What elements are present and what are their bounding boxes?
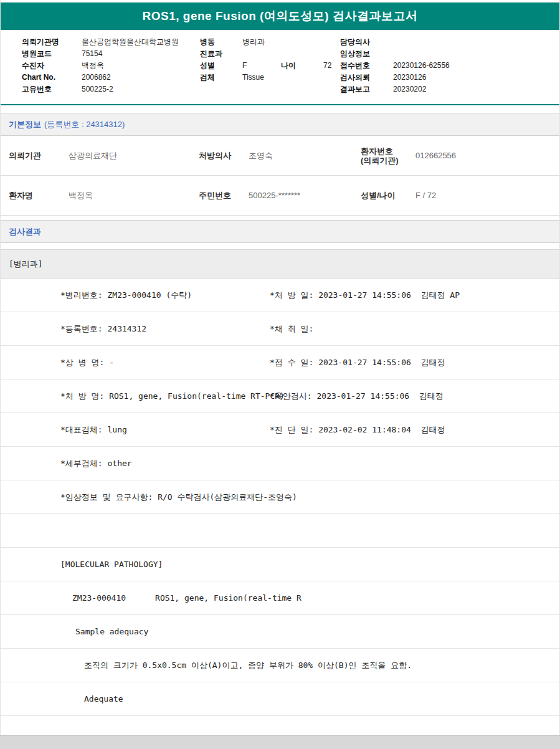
- detail-left: *임상정보 및 요구사항: R/O 수탁검사(삼광의료재단-조영숙): [60, 492, 270, 503]
- field-value: 병리과: [242, 36, 265, 48]
- cell-value: 500225-*******: [249, 191, 300, 200]
- field-value: F: [242, 60, 281, 72]
- field-label: 의뢰기관명: [22, 36, 82, 48]
- order-info-panel: 의뢰기관명 울산공업학원울산대학교병원 병원코드 75154 수진자 백정옥 C…: [1, 30, 559, 105]
- detail-right: *육안검사: 2023-01-27 14:55:06 김태정: [270, 391, 559, 402]
- field-row: 검사의뢰 20230126: [340, 72, 559, 83]
- order-info-col-visit: 병동 병리과 진료과 성별 F 나이 72 검체 Tissue: [200, 36, 340, 95]
- cell-label: 주민번호: [199, 191, 249, 200]
- field-label: 성별: [200, 60, 242, 72]
- field-row: 수진자 백정옥: [22, 60, 200, 72]
- section-test-results: 검사결과: [1, 220, 559, 243]
- pathology-detail-row: *상 병 명: - *접 수 일: 2023-01-27 14:55:06 김태…: [1, 346, 559, 379]
- pathology-detail-row: *처 방 명: ROS1, gene, Fusion(real-time RT-…: [1, 379, 559, 413]
- field-label: 고유번호: [22, 83, 82, 95]
- table-row: 환자명 백정옥 주민번호 500225-******* 성별/나이 F / 72: [1, 176, 559, 216]
- field-label: 임상정보: [340, 48, 393, 60]
- detail-right: *처 방 일: 2023-01-27 14:55:06 김태정 AP: [270, 290, 559, 301]
- field-row: 담당의사: [340, 36, 559, 48]
- field-label: 진료과: [200, 48, 242, 60]
- adequacy-result-row: Adequate: [1, 682, 559, 716]
- cell-label: 의뢰기관: [9, 151, 69, 160]
- bottom-bar: [0, 735, 560, 749]
- field-value: 20230126-62556: [393, 60, 450, 72]
- sample-adequacy-row: Sample adequacy: [1, 615, 559, 649]
- field-label: 나이: [281, 60, 323, 72]
- field-row: 성별 F 나이 72: [200, 60, 340, 72]
- field-label: 검사의뢰: [340, 72, 393, 83]
- molecular-heading-row: [MOLECULAR PATHOLOGY]: [1, 548, 559, 581]
- field-value: Tissue: [242, 72, 264, 83]
- field-value: 울산공업학원울산대학교병원: [82, 36, 179, 48]
- detail-left: *등록번호: 24314312: [60, 323, 270, 335]
- field-row: 병원코드 75154: [22, 48, 200, 60]
- field-label: Chart No.: [22, 72, 82, 83]
- empty-row: [1, 514, 559, 548]
- table-cell: 주민번호 500225-*******: [199, 191, 361, 200]
- detail-right: *접 수 일: 2023-01-27 14:55:06 김태정: [270, 357, 559, 368]
- field-value: 72: [323, 60, 331, 72]
- field-value: 20230202: [393, 83, 426, 95]
- detail-left: *상 병 명: -: [60, 357, 270, 368]
- detail-left: *처 방 명: ROS1, gene, Fusion(real-time RT-…: [60, 391, 270, 402]
- table-row: 의뢰기관 삼광의료재단 처방의사 조영숙 환자번호 (의뢰기관) 0126625…: [1, 136, 559, 176]
- field-value: 2006862: [82, 72, 111, 83]
- empty-row: [1, 716, 559, 731]
- field-value: 75154: [82, 48, 102, 60]
- cell-value: 012662556: [415, 151, 456, 160]
- field-row: 접수번호 20230126-62556: [340, 60, 559, 72]
- department-label: [병리과]: [9, 259, 43, 270]
- field-row: 검체 Tissue: [200, 72, 340, 83]
- field-value: 20230126: [393, 72, 426, 83]
- department-row: [병리과]: [1, 249, 559, 279]
- cell-value: 조영숙: [249, 150, 273, 161]
- field-row: Chart No. 2006862: [22, 72, 200, 83]
- field-label: 접수번호: [340, 60, 393, 72]
- table-cell: 성별/나이 F / 72: [361, 191, 559, 200]
- order-info-col-institution: 의뢰기관명 울산공업학원울산대학교병원 병원코드 75154 수진자 백정옥 C…: [1, 36, 200, 95]
- field-row: 고유번호 500225-2: [22, 83, 200, 95]
- basic-info-table: 의뢰기관 삼광의료재단 처방의사 조영숙 환자번호 (의뢰기관) 0126625…: [1, 136, 559, 216]
- section-basic-info: 기본정보 (등록번호 : 24314312): [1, 113, 559, 136]
- molecular-order-line: ZM23-000410 ROS1, gene, Fusion(real-time…: [72, 593, 301, 603]
- report-title-bar: ROS1, gene Fusion (여의도성모) 검사결과보고서: [1, 2, 559, 30]
- cell-label: 환자명: [9, 191, 69, 200]
- pathology-detail-row: *세부검체: other: [1, 447, 559, 480]
- detail-right: *진 단 일: 2023-02-02 11:48:04 김태정: [270, 424, 559, 436]
- field-label: 병동: [200, 36, 242, 48]
- adequacy-criteria-text: 조직의 크기가 0.5x0.5cm 이상(A)이고, 종양 부위가 80% 이상…: [84, 660, 412, 671]
- adequacy-criteria-row: 조직의 크기가 0.5x0.5cm 이상(A)이고, 종양 부위가 80% 이상…: [1, 649, 559, 682]
- field-row: 병동 병리과: [200, 36, 340, 48]
- section-subtitle: (등록번호 : 24314312): [44, 119, 125, 130]
- pathology-detail-row: *병리번호: ZM23-000410 (수탁) *처 방 일: 2023-01-…: [1, 279, 559, 312]
- cell-value: 삼광의료재단: [69, 150, 117, 161]
- report-title: ROS1, gene Fusion (여의도성모) 검사결과보고서: [143, 8, 418, 24]
- table-cell: 의뢰기관 삼광의료재단: [1, 150, 199, 161]
- detail-left: *세부검체: other: [60, 458, 270, 469]
- table-cell: 환자명 백정옥: [1, 190, 199, 201]
- molecular-heading: [MOLECULAR PATHOLOGY]: [60, 560, 163, 569]
- cell-label: 성별/나이: [361, 191, 415, 200]
- table-cell: 처방의사 조영숙: [199, 150, 361, 161]
- order-info-col-reception: 담당의사 임상정보 접수번호 20230126-62556 검사의뢰 20230…: [340, 36, 559, 95]
- report-page: ROS1, gene Fusion (여의도성모) 검사결과보고서 의뢰기관명 …: [0, 0, 560, 749]
- cell-label: 환자번호 (의뢰기관): [361, 146, 415, 165]
- pathology-detail-row: *대표검체: lung *진 단 일: 2023-02-02 11:48:04 …: [1, 413, 559, 447]
- table-cell: 환자번호 (의뢰기관) 012662556: [361, 146, 559, 165]
- field-label: 검체: [200, 72, 242, 83]
- pathology-detail-row: *등록번호: 24314312 *채 취 일:: [1, 312, 559, 346]
- molecular-order-row: ZM23-000410 ROS1, gene, Fusion(real-time…: [1, 581, 559, 615]
- field-row: 진료과: [200, 48, 340, 60]
- field-row: 결과보고 20230202: [340, 83, 559, 95]
- detail-left: *병리번호: ZM23-000410 (수탁): [60, 290, 270, 301]
- field-label: 결과보고: [340, 83, 393, 95]
- field-value: 500225-2: [82, 83, 113, 95]
- field-label: 병원코드: [22, 48, 82, 60]
- field-label: 담당의사: [340, 36, 393, 48]
- pathology-detail-row: *임상정보 및 요구사항: R/O 수탁검사(삼광의료재단-조영숙): [1, 480, 559, 514]
- section-title: 검사결과: [9, 226, 41, 237]
- sample-adequacy-label: Sample adequacy: [75, 627, 148, 636]
- field-row: 임상정보: [340, 48, 559, 60]
- section-title: 기본정보: [9, 119, 41, 130]
- detail-left: *대표검체: lung: [60, 424, 270, 436]
